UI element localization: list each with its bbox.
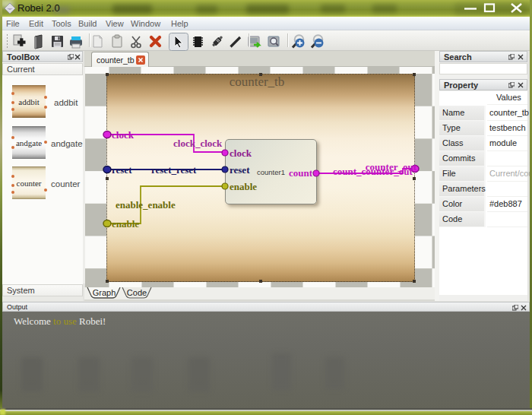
svg-text:enable: enable — [230, 181, 257, 192]
svg-text:reset: reset — [230, 164, 250, 176]
svg-text:clock_clock: clock_clock — [173, 138, 223, 149]
svg-text:reset: reset — [112, 164, 132, 176]
svg-text:reset_reset: reset_reset — [151, 164, 197, 176]
svg-text:count: count — [289, 167, 313, 179]
svg-text:clock: clock — [230, 147, 252, 159]
svg-text:enable: enable — [112, 218, 139, 230]
svg-text:clock: clock — [112, 129, 135, 141]
svg-text:counter_out: counter_out — [366, 161, 417, 173]
svg-text:enable_enable: enable_enable — [116, 199, 176, 211]
svg-text:Code: Code — [127, 288, 147, 297]
svg-text:Graph: Graph — [93, 288, 116, 297]
